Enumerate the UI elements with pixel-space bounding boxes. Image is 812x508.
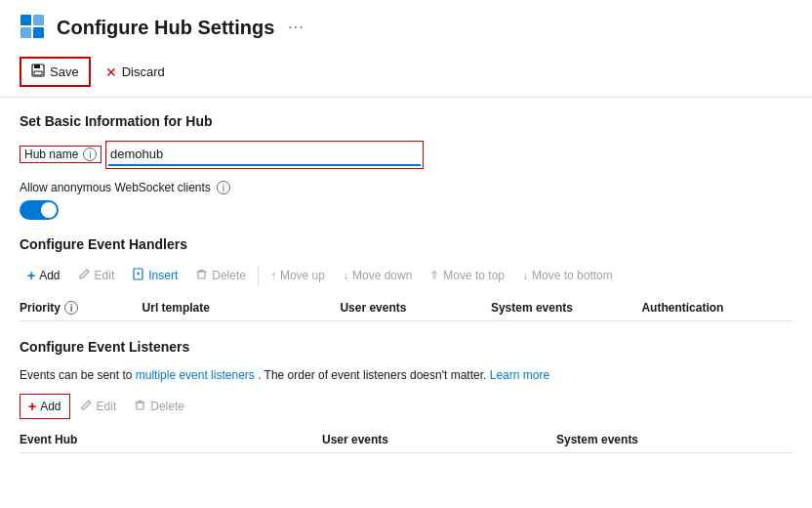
col-header-system-events: System events (491, 301, 642, 315)
insert-handler-label: Insert (148, 269, 178, 282)
svg-rect-3 (33, 27, 44, 38)
svg-rect-0 (20, 15, 31, 25)
move-down-button[interactable]: ↓ Move down (335, 265, 420, 286)
listeners-description: Events can be sent to multiple event lis… (20, 366, 792, 384)
event-listeners-section: Configure Event Listeners Events can be … (20, 339, 792, 453)
move-to-top-button[interactable]: ⇑ Move to top (422, 265, 512, 286)
svg-rect-7 (198, 272, 205, 278)
add-plus-icon: + (27, 268, 35, 283)
delete-listener-label: Delete (150, 400, 184, 413)
allow-anon-toggle[interactable] (20, 200, 59, 220)
save-label: Save (50, 64, 79, 79)
event-handlers-section: Configure Event Handlers + Add Edit Inse… (20, 236, 792, 321)
save-button[interactable]: Save (20, 57, 91, 87)
hub-settings-icon (20, 14, 47, 41)
event-listeners-title: Configure Event Listeners (20, 339, 792, 355)
edit-icon (78, 268, 91, 283)
col-header-event-hub: Event Hub (20, 433, 322, 446)
save-icon (31, 64, 45, 80)
listeners-system-events-label: System events (556, 433, 638, 446)
page-header: Configure Hub Settings ··· (0, 0, 812, 51)
col-header-listeners-user-events: User events (322, 433, 556, 446)
allow-anon-label: Allow anonymous WebSocket clients (20, 181, 211, 194)
delete-listener-icon (134, 399, 146, 414)
move-up-label: Move up (280, 269, 325, 282)
insert-handler-button[interactable]: Insert (124, 264, 185, 287)
edit-listener-button[interactable]: Edit (72, 395, 125, 418)
svg-rect-1 (33, 15, 44, 25)
move-to-bottom-button[interactable]: ↓ Move to bottom (514, 265, 621, 286)
main-content: Set Basic Information for Hub Hub name i… (0, 98, 812, 469)
move-to-top-label: Move to top (443, 269, 505, 282)
basic-info-title: Set Basic Information for Hub (20, 113, 792, 129)
add-listener-plus-icon: + (28, 399, 36, 414)
edit-handler-label: Edit (95, 269, 115, 282)
delete-listener-button[interactable]: Delete (126, 395, 192, 418)
discard-button[interactable]: ✕ Discard (95, 59, 176, 86)
allow-anon-label-row: Allow anonymous WebSocket clients i (20, 181, 792, 194)
hub-name-field-group: Hub name i (20, 141, 792, 169)
add-handler-label: Add (39, 269, 60, 282)
learn-more-link[interactable]: Learn more (490, 368, 549, 382)
listeners-toolbar: + Add Edit Delete (20, 394, 792, 419)
move-to-bottom-label: Move to bottom (532, 269, 613, 282)
col-header-listeners-system-events: System events (556, 433, 791, 446)
priority-label: Priority (20, 301, 61, 315)
listeners-table-header: Event Hub User events System events (20, 427, 792, 453)
handlers-table-header: Priority i Url template User events Syst… (20, 295, 792, 321)
svg-rect-2 (20, 27, 31, 38)
delete-icon (195, 268, 208, 283)
delete-handler-button[interactable]: Delete (187, 264, 254, 287)
edit-listener-icon (80, 399, 93, 414)
col-header-priority: Priority i (20, 301, 142, 315)
hub-name-info-icon[interactable]: i (83, 148, 97, 161)
url-template-label: Url template (142, 301, 210, 315)
col-header-url: Url template (142, 301, 341, 315)
svg-rect-5 (34, 64, 40, 68)
page-title: Configure Hub Settings (57, 17, 274, 39)
move-down-label: Move down (352, 269, 412, 282)
delete-handler-label: Delete (212, 269, 246, 282)
close-icon: ✕ (105, 64, 117, 80)
user-events-label: User events (340, 301, 406, 315)
allow-anon-info-icon[interactable]: i (217, 181, 230, 194)
hub-name-label-box: Hub name i (20, 146, 102, 163)
system-events-label: System events (491, 301, 573, 315)
hub-name-label: Hub name (24, 148, 78, 161)
insert-icon (132, 268, 144, 283)
event-hub-label: Event Hub (20, 433, 77, 446)
multiple-listeners-link[interactable]: multiple event listeners (136, 368, 255, 382)
col-header-authentication: Authentication (641, 301, 792, 315)
event-handlers-toolbar: + Add Edit Insert Delete (20, 264, 792, 287)
priority-info-icon[interactable]: i (64, 301, 78, 315)
edit-handler-button[interactable]: Edit (70, 264, 123, 287)
discard-label: Discard (122, 64, 165, 79)
edit-listener-label: Edit (97, 400, 117, 413)
move-to-top-icon: ⇑ (429, 269, 439, 282)
add-listener-label: Add (40, 400, 61, 413)
move-to-bottom-icon: ↓ (522, 269, 528, 282)
event-handlers-title: Configure Event Handlers (20, 236, 792, 252)
svg-rect-8 (137, 402, 143, 409)
main-toolbar: Save ✕ Discard (0, 51, 812, 98)
add-handler-button[interactable]: + Add (20, 264, 68, 287)
desc-part2: . The order of event listeners doesn't m… (258, 368, 486, 382)
more-options-label[interactable]: ··· (288, 19, 304, 36)
toolbar-separator-1 (258, 266, 259, 285)
add-listener-button[interactable]: + Add (20, 394, 70, 419)
move-down-icon: ↓ (343, 269, 348, 282)
move-up-icon: ↑ (270, 269, 276, 282)
col-header-user-events: User events (340, 301, 491, 315)
desc-part1: Events can be sent to (20, 368, 132, 382)
move-up-button[interactable]: ↑ Move up (263, 265, 333, 286)
toggle-knob (41, 202, 57, 218)
listeners-user-events-label: User events (322, 433, 388, 446)
hub-name-input[interactable] (108, 144, 421, 166)
authentication-label: Authentication (641, 301, 723, 315)
hub-name-input-wrapper (105, 141, 424, 169)
